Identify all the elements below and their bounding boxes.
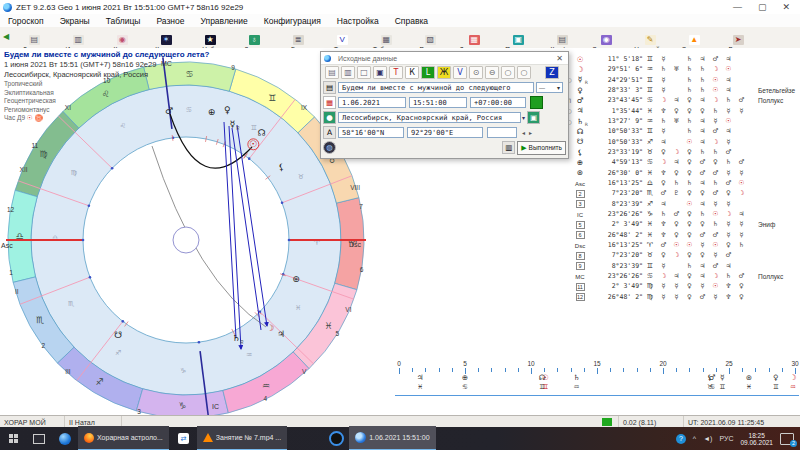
language-indicator[interactable]: РУС [719, 435, 733, 442]
chart-datetime: 1 июня 2021 Вт 15:51 (GMT+7) 58n16 92e29 [4, 60, 209, 69]
spin-left-icon[interactable]: ◂ [522, 129, 525, 136]
dialog-close-icon[interactable]: ✕ [556, 54, 568, 63]
menu-item-1[interactable]: Экраны [52, 16, 98, 26]
dialog-tool-icon-5[interactable]: К [405, 66, 419, 79]
menu-item-4[interactable]: Управление [193, 16, 256, 26]
menu-item-2[interactable]: Таблицы [98, 16, 149, 26]
Небо-icon: ★ [205, 35, 216, 45]
dialog-tool-icon-6[interactable]: L [421, 66, 435, 79]
spin-right-icon[interactable]: ▸ [529, 129, 532, 136]
latitude-input[interactable]: 58°16'00"N [338, 127, 404, 138]
system-tray: ? ^ ◄) РУС 18:25 09.06.2021 2 [676, 432, 800, 446]
coords-icon[interactable]: A [323, 126, 336, 139]
dialog-tool-icon-10[interactable]: ⊖ [485, 66, 499, 79]
dialog-tool-icon-2[interactable]: □ [357, 66, 371, 79]
firefox-task-button[interactable]: Хорарная астроло... [78, 426, 169, 450]
planet-table-row: IC23°26'26"♑♄♂♀♄☉☽♃ [565, 209, 800, 219]
menu-item-0[interactable]: Гороскоп [0, 16, 52, 26]
calendar-icon[interactable]: ▦ [323, 96, 336, 109]
dialog-tool-icon-3[interactable]: ▣ [373, 66, 387, 79]
planet-table-row: ○♄R13°27' 9"♒♄♅♄♃☿☉ [565, 116, 800, 126]
svg-text:☿: ☿ [230, 119, 236, 129]
svg-text:♓: ♓ [295, 304, 301, 312]
svg-text:Asc: Asc [1, 242, 13, 249]
dialog-tool-icon-11[interactable]: ○ [501, 66, 515, 79]
speaker-icon[interactable]: ◄) [703, 435, 712, 442]
maximize-button[interactable]: ▢ [758, 0, 767, 14]
Динамика-icon: ▦ [469, 35, 480, 45]
minimize-button[interactable]: — [733, 0, 742, 14]
svg-text:⊛: ⊛ [292, 274, 300, 284]
place-input[interactable]: Лесосибирск, Красноярский край, Россия [338, 112, 521, 123]
atlas-icon[interactable]: ▣ [527, 111, 540, 124]
notification-icon[interactable]: 2 [780, 433, 794, 445]
dialog-tool-icon-7[interactable]: Ж [437, 66, 451, 79]
task-view-icon [33, 434, 45, 444]
planet-table-row: 27°23'20"♏♂♇♀♀♂♀☽ [565, 188, 800, 198]
browser-button[interactable] [52, 427, 78, 450]
dialog-tool-icon-0[interactable]: ▤ [325, 66, 339, 79]
title-bar: ZET 9.2.63 Geo 1 июня 2021 Вт 15:51:00 G… [0, 0, 800, 14]
menu-item-6[interactable]: Настройка [329, 16, 387, 26]
Настройка-icon: ✎ [645, 35, 656, 45]
play-icon: ▶ [521, 144, 526, 152]
chart-systems: ТропическийЭклиптикальнаяГеоцентрическая… [4, 80, 209, 114]
timezone-status [530, 96, 543, 109]
svg-text:☽: ☽ [266, 323, 274, 333]
svg-text:4: 4 [264, 395, 268, 402]
chart-question: Будем ли вместе с мужчиной до следующего… [4, 50, 209, 59]
event-list-icon[interactable]: ▤ [323, 81, 336, 94]
menu-item-3[interactable]: Разное [148, 16, 192, 26]
planet-table-row: ☋10°50'33"♐♃☉♃☽☿ [565, 137, 800, 147]
svg-text:12: 12 [7, 206, 15, 213]
svg-text:☋: ☋ [114, 330, 122, 340]
round-app-icon [329, 431, 344, 446]
options-icon[interactable]: ◍ [323, 141, 336, 154]
Земля-icon: ♁ [249, 35, 260, 45]
planet-table-row: 38°23'39"♐♃☉♃☿☿ [565, 199, 800, 209]
copy-icon[interactable]: ▥ [502, 141, 515, 154]
close-button[interactable]: ✕ [782, 0, 790, 14]
task-view-button[interactable] [26, 427, 52, 450]
teamviewer-button[interactable]: ⇄ [171, 427, 197, 450]
menu-item-5[interactable]: Конфигурация [256, 16, 329, 26]
zet-window: ZET 9.2.63 Geo 1 июня 2021 Вт 15:51:00 G… [0, 0, 800, 450]
event-type-combo[interactable]: —▾ [536, 82, 563, 93]
dialog-tool-icon-8[interactable]: V [453, 66, 467, 79]
dialog-icon [324, 55, 331, 62]
help-tray-icon[interactable]: ? [676, 434, 686, 444]
pinned-app-button[interactable] [323, 427, 349, 450]
start-button[interactable] [0, 427, 26, 450]
planet-table-row: ☊10°50'33"♊☿♄♃♂♃ [565, 126, 800, 136]
dialog-tool-icon-13[interactable]: Z [545, 66, 559, 79]
run-button[interactable]: ▶ Выполнить [517, 141, 566, 155]
planet-table-row: Dsc16°13'25"♈♂☉☉☿☉♀♄ [565, 240, 800, 250]
clock[interactable]: 18:25 09.06.2021 [740, 432, 773, 446]
window-title: ZET 9.2.63 Geo 1 июня 2021 Вт 15:51:00 G… [16, 3, 243, 12]
tray-chevron-icon[interactable]: ^ [693, 435, 696, 442]
svg-text:⚸: ⚸ [278, 162, 285, 172]
menu-item-7[interactable]: Справка [387, 16, 436, 26]
dialog-tool-icon-1[interactable]: ▥ [341, 66, 355, 79]
zet-task-button[interactable]: 1.06.2021 15:51:00 [349, 426, 435, 450]
dialog-tool-icon-12[interactable]: ○ [517, 66, 531, 79]
vlc-task-button[interactable]: Занятие № 7.mp4 ... [197, 426, 287, 450]
svg-text:♊: ♊ [268, 93, 276, 103]
planet-table-row: 87°23'20"♉♀☽♀♀☿♂ [565, 250, 800, 260]
toolbar-scroll-left-icon[interactable]: ◀ [0, 27, 12, 47]
svg-text:♒: ♒ [262, 381, 270, 391]
timezone-input[interactable]: +07:00:00 [470, 97, 526, 108]
longitude-input[interactable]: 92°29'00"E [407, 127, 483, 138]
История-icon: ▥ [73, 35, 84, 45]
globe-icon[interactable]: ● [323, 111, 336, 124]
altitude-input[interactable] [487, 127, 517, 138]
question-input[interactable]: Будем ли вместе с мужчиной до следующего [338, 82, 534, 93]
dialog-tool-icon-9[interactable]: ⊙ [469, 66, 483, 79]
time-input[interactable]: 15:51:00 [409, 97, 467, 108]
menu-bar: ГороскопЭкраныТаблицыРазноеУправлениеКон… [0, 14, 800, 28]
date-input[interactable]: 1.06.2021 [338, 97, 406, 108]
svg-text:Dsc: Dsc [349, 241, 362, 248]
zet-app-icon [3, 3, 12, 12]
place-dropdown-icon[interactable]: ▾ [522, 114, 525, 121]
dialog-tool-icon-4[interactable]: T [389, 66, 403, 79]
